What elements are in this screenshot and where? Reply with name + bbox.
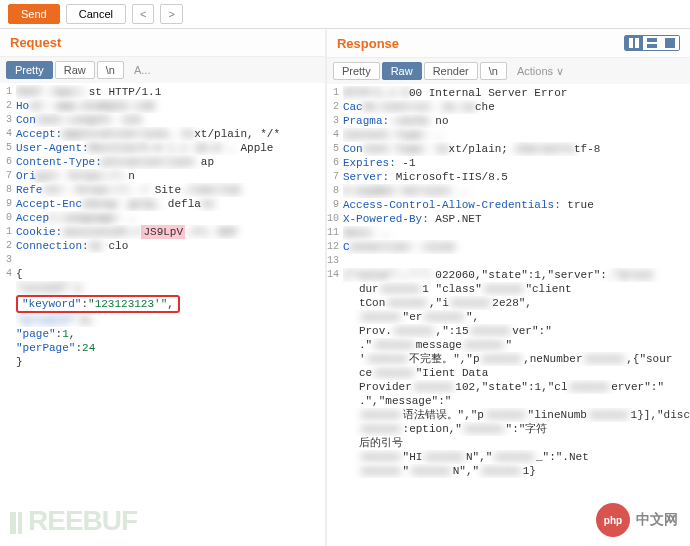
tab-pretty[interactable]: Pretty <box>6 61 53 79</box>
svg-rect-2 <box>647 38 657 42</box>
next-button[interactable]: > <box>160 4 182 24</box>
tab-render[interactable]: Render <box>424 62 478 80</box>
view-rows-icon[interactable] <box>643 36 661 50</box>
request-body[interactable]: 1POST /api/…st HTTP/1.12Host: www.exampl… <box>0 83 325 546</box>
tab-actions[interactable]: Actions ∨ <box>509 63 572 80</box>
tab-newline[interactable]: \n <box>97 61 124 79</box>
response-title: Response <box>337 36 399 51</box>
svg-rect-4 <box>665 38 675 48</box>
request-tabs: Pretty Raw \n A... <box>0 57 325 83</box>
response-tabs: Pretty Raw Render \n Actions ∨ <box>327 58 690 84</box>
response-pane: Response Pretty Raw Render \n Actions ∨ … <box>326 29 690 546</box>
svg-rect-3 <box>647 44 657 48</box>
php-text: 中文网 <box>636 511 678 529</box>
request-pane: Request Pretty Raw \n A... 1POST /api/…s… <box>0 29 326 546</box>
tab-newline-resp[interactable]: \n <box>480 62 507 80</box>
view-columns-icon[interactable] <box>625 36 643 50</box>
cancel-button[interactable]: Cancel <box>66 4 126 24</box>
view-mode-group <box>624 35 680 51</box>
php-logo: php 中文网 <box>596 503 678 537</box>
tab-pretty-resp[interactable]: Pretty <box>333 62 380 80</box>
tab-raw[interactable]: Raw <box>55 61 95 79</box>
send-button[interactable]: Send <box>8 4 60 24</box>
svg-rect-1 <box>635 38 639 48</box>
php-icon: php <box>596 503 630 537</box>
tab-raw-resp[interactable]: Raw <box>382 62 422 80</box>
top-toolbar: Send Cancel < > <box>0 0 690 29</box>
prev-button[interactable]: < <box>132 4 154 24</box>
response-body[interactable]: 1HTTP/1.1 500 Internal Server Error2Cach… <box>327 84 690 546</box>
tab-a[interactable]: A... <box>126 62 159 78</box>
request-title: Request <box>10 35 61 50</box>
view-single-icon[interactable] <box>661 36 679 50</box>
watermark: REEBUF <box>10 505 137 537</box>
svg-rect-0 <box>629 38 633 48</box>
